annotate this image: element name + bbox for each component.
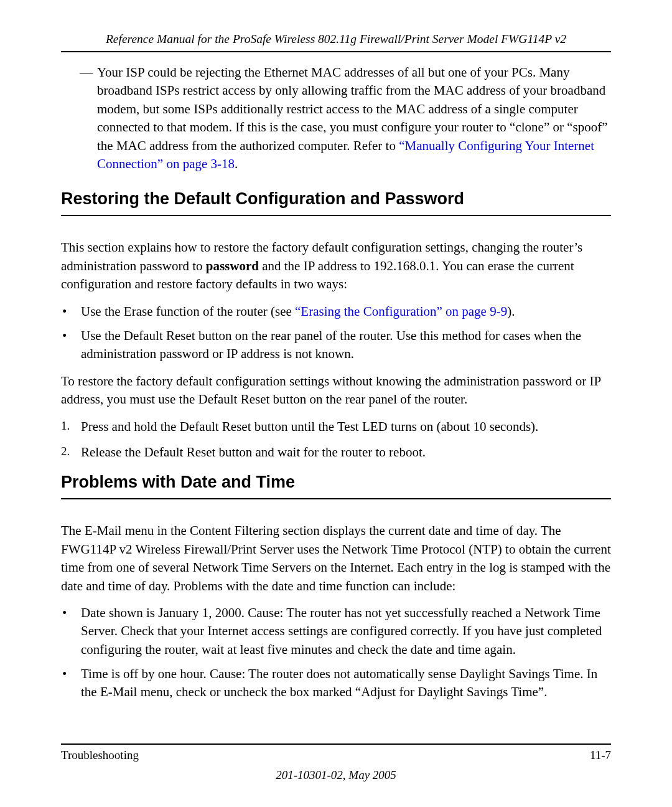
dash-item-text: Your ISP could be rejecting the Ethernet… bbox=[97, 64, 611, 173]
section1-intro: This section explains how to restore the… bbox=[61, 238, 611, 293]
heading-date-time: Problems with Date and Time bbox=[61, 473, 611, 496]
dash-marker: — bbox=[80, 64, 97, 173]
footer-section-name: Troubleshooting bbox=[61, 748, 139, 762]
list-item: • Use the Erase function of the router (… bbox=[61, 303, 611, 321]
step-number: 2. bbox=[61, 443, 81, 461]
bullet-icon: • bbox=[61, 303, 81, 321]
intro-bold-password: password bbox=[206, 258, 259, 273]
section1-steps: 1. Press and hold the Default Reset butt… bbox=[61, 417, 611, 461]
list-item: • Time is off by one hour. Cause: The ro… bbox=[61, 665, 611, 702]
page-body: Reference Manual for the ProSafe Wireles… bbox=[0, 0, 672, 702]
footer-page-number: 11-7 bbox=[590, 748, 611, 762]
footer-rule bbox=[61, 743, 611, 745]
header-rule bbox=[61, 51, 611, 52]
section2-intro: The E-Mail menu in the Content Filtering… bbox=[61, 522, 611, 595]
list-item: • Use the Default Reset button on the re… bbox=[61, 327, 611, 364]
footer-doc-id: 201-10301-02, May 2005 bbox=[61, 768, 611, 782]
bullet-icon: • bbox=[61, 604, 81, 659]
heading-rule-2 bbox=[61, 498, 611, 499]
step-text: Press and hold the Default Reset button … bbox=[81, 417, 611, 436]
section2-bullet-list: • Date shown is January 1, 2000. Cause: … bbox=[61, 604, 611, 702]
step-text: Release the Default Reset button and wai… bbox=[81, 443, 611, 461]
bullet-text: Date shown is January 1, 2000. Cause: Th… bbox=[81, 604, 611, 659]
list-item: • Date shown is January 1, 2000. Cause: … bbox=[61, 604, 611, 659]
continued-dash-item: — Your ISP could be rejecting the Ethern… bbox=[80, 64, 611, 173]
bullet-icon: • bbox=[61, 327, 81, 364]
running-header: Reference Manual for the ProSafe Wireles… bbox=[61, 32, 611, 51]
dash-text-post: . bbox=[235, 156, 238, 171]
list-item: 1. Press and hold the Default Reset butt… bbox=[61, 417, 611, 436]
link-erasing-config[interactable]: “Erasing the Configuration” on page 9-9 bbox=[295, 304, 507, 319]
heading-restore-defaults: Restoring the Default Configuration and … bbox=[61, 189, 611, 212]
section1-bullet-list: • Use the Erase function of the router (… bbox=[61, 303, 611, 364]
bullet-icon: • bbox=[61, 665, 81, 702]
page-footer: Troubleshooting 11-7 201-10301-02, May 2… bbox=[61, 743, 611, 782]
section1-para2: To restore the factory default configura… bbox=[61, 372, 611, 409]
bullet-text: Use the Default Reset button on the rear… bbox=[81, 327, 611, 364]
bullet-pre: Use the Erase function of the router (se… bbox=[81, 304, 295, 319]
bullet-text: Time is off by one hour. Cause: The rout… bbox=[81, 665, 611, 702]
list-item: 2. Release the Default Reset button and … bbox=[61, 443, 611, 461]
bullet-text: Use the Erase function of the router (se… bbox=[81, 303, 611, 321]
heading-rule-1 bbox=[61, 215, 611, 216]
footer-row: Troubleshooting 11-7 bbox=[61, 748, 611, 762]
bullet-post: ). bbox=[507, 304, 515, 319]
step-number: 1. bbox=[61, 417, 81, 436]
